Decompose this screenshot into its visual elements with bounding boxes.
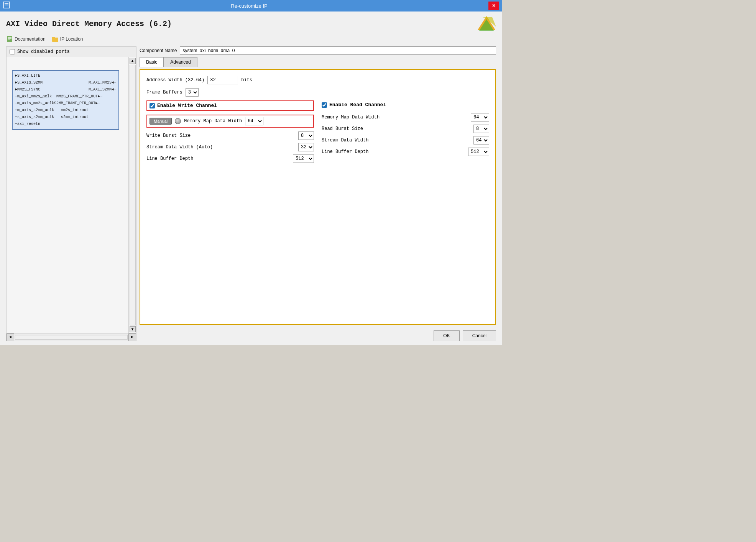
block-line-8: ─axi_resetn bbox=[15, 121, 116, 128]
read-burst-size-control: 8 16 32 bbox=[473, 125, 489, 133]
read-stream-data-width-row: Stream Data Width 64 32 bbox=[322, 136, 489, 145]
channels-row: Enable Write Channel Manual Memory Map D… bbox=[146, 100, 489, 166]
write-line-buffer-depth-select[interactable]: 512 1024 2048 bbox=[293, 154, 314, 163]
main-window: AXI Video Direct Memory Access (6.2) Doc… bbox=[0, 11, 502, 345]
write-stream-data-width-select[interactable]: 32 64 bbox=[298, 143, 314, 151]
content-area: Show disabled ports ►S_AXI_LITE ►S_AXIS_… bbox=[6, 46, 496, 341]
folder-icon bbox=[52, 36, 59, 43]
manual-toggle-button[interactable]: Manual bbox=[150, 118, 172, 125]
read-channel-section: Enable Read Channel Memory Map Data Widt… bbox=[322, 100, 489, 166]
ip-location-link[interactable]: IP Location bbox=[52, 36, 83, 43]
read-burst-size-label: Read Burst Size bbox=[322, 126, 473, 131]
frame-buffers-label: Frame Buffers bbox=[146, 90, 182, 95]
ok-button[interactable]: OK bbox=[434, 330, 459, 341]
horizontal-scrollbar[interactable]: ◄ ► bbox=[7, 333, 136, 341]
block-line-1: ►S_AXI_LITE bbox=[15, 72, 116, 79]
write-burst-size-control: 8 16 32 bbox=[298, 131, 314, 140]
frame-buffers-row: Frame Buffers 3 1 2 bbox=[146, 88, 489, 97]
scroll-track bbox=[130, 65, 136, 325]
write-stream-data-width-row: Stream Data Width (Auto) 32 64 bbox=[146, 143, 314, 151]
read-burst-size-row: Read Burst Size 8 16 32 bbox=[322, 125, 489, 133]
show-disabled-ports-label: Show disabled ports bbox=[17, 49, 70, 54]
read-stream-data-width-control: 64 32 bbox=[473, 136, 489, 145]
block-line-4: ─m_axi_mm2s_aclk MM2S_FRAME_PTR_OUT►─ bbox=[15, 93, 116, 100]
write-channel-header: Enable Write Channel bbox=[146, 100, 314, 111]
frame-buffers-select[interactable]: 3 1 2 bbox=[186, 88, 199, 97]
scroll-right-button[interactable]: ► bbox=[128, 333, 136, 341]
enable-read-channel-checkbox[interactable] bbox=[322, 102, 327, 108]
toolbar: Documentation IP Location bbox=[6, 36, 496, 43]
tab-advanced[interactable]: Advanced bbox=[164, 57, 197, 67]
titlebar-icon bbox=[3, 2, 10, 10]
mm-data-width-select[interactable]: 64 32 128 bbox=[245, 117, 263, 125]
cancel-button[interactable]: Cancel bbox=[463, 330, 496, 341]
xilinx-logo bbox=[477, 15, 496, 33]
left-panel-scroll-area: ►S_AXI_LITE ►S_AXIS_S2MM M_AXI_MM2S◄─ ►M… bbox=[7, 57, 128, 333]
address-width-input[interactable] bbox=[207, 76, 238, 84]
write-burst-size-select[interactable]: 8 16 32 bbox=[298, 131, 314, 140]
block-line-3: ►MM2S_FSYNC M_AXI_S2MM◄─ bbox=[15, 86, 116, 93]
titlebar-title: Re-customize IP bbox=[10, 3, 488, 9]
block-line-2: ►S_AXIS_S2MM M_AXI_MM2S◄─ bbox=[15, 79, 116, 86]
read-line-buffer-depth-label: Line Buffer Depth bbox=[322, 149, 468, 154]
address-width-row: Address Width (32-64) bits bbox=[146, 76, 489, 84]
read-mm-data-width-label: Memory Map Data Width bbox=[322, 115, 471, 120]
horiz-scroll-track bbox=[15, 335, 128, 340]
read-mm-data-width-select[interactable]: 64 32 128 bbox=[471, 113, 489, 122]
left-panel: Show disabled ports ►S_AXI_LITE ►S_AXIS_… bbox=[6, 46, 136, 341]
scroll-up-button[interactable]: ▲ bbox=[130, 58, 136, 64]
scroll-left-button[interactable]: ◄ bbox=[7, 333, 14, 341]
bottom-buttons-row: OK Cancel bbox=[140, 327, 496, 341]
block-line-7: ─s_axis_s2mm_aclk s2mm_introut bbox=[15, 114, 116, 121]
component-name-row: Component Name bbox=[140, 46, 496, 55]
write-stream-data-width-label: Stream Data Width (Auto) bbox=[146, 145, 298, 150]
write-burst-size-label: Write Burst Size bbox=[146, 133, 298, 138]
toggle-circle-icon bbox=[175, 118, 181, 124]
documentation-label: Documentation bbox=[15, 36, 46, 42]
show-disabled-ports-checkbox[interactable] bbox=[10, 49, 15, 54]
close-button[interactable]: ✕ bbox=[488, 2, 499, 10]
ip-location-label: IP Location bbox=[60, 36, 83, 42]
read-stream-data-width-select[interactable]: 64 32 bbox=[473, 136, 489, 145]
titlebar: Re-customize IP ✕ bbox=[0, 0, 502, 11]
address-width-suffix: bits bbox=[241, 77, 252, 83]
block-box: ►S_AXI_LITE ►S_AXIS_S2MM M_AXI_MM2S◄─ ►M… bbox=[12, 70, 119, 130]
tabs-row: Basic Advanced bbox=[140, 57, 496, 67]
tab-basic[interactable]: Basic bbox=[140, 57, 164, 67]
write-line-buffer-depth-label: Line Buffer Depth bbox=[146, 156, 293, 161]
documentation-icon bbox=[6, 36, 13, 43]
read-line-buffer-depth-control: 512 1024 2048 bbox=[468, 148, 489, 156]
write-channel-section: Enable Write Channel Manual Memory Map D… bbox=[146, 100, 314, 166]
left-panel-header: Show disabled ports bbox=[7, 47, 136, 57]
right-panel: Component Name Basic Advanced Address Wi… bbox=[140, 46, 496, 341]
app-title: AXI Video Direct Memory Access (6.2) bbox=[6, 20, 172, 28]
write-stream-data-width-control: 32 64 bbox=[298, 143, 314, 151]
read-line-buffer-depth-row: Line Buffer Depth 512 1024 2048 bbox=[322, 148, 489, 156]
read-mm-data-width-row: Memory Map Data Width 64 32 128 bbox=[322, 113, 489, 122]
read-channel-header: Enable Read Channel bbox=[322, 100, 489, 109]
enable-write-channel-label: Enable Write Channel bbox=[157, 103, 217, 108]
read-line-buffer-depth-select[interactable]: 512 1024 2048 bbox=[468, 148, 489, 156]
address-width-label: Address Width (32-64) bbox=[146, 77, 204, 83]
write-line-buffer-depth-control: 512 1024 2048 bbox=[293, 154, 314, 163]
svg-rect-9 bbox=[8, 39, 10, 40]
enable-read-channel-label: Enable Read Channel bbox=[329, 102, 386, 108]
documentation-link[interactable]: Documentation bbox=[6, 36, 46, 43]
component-name-label: Component Name bbox=[140, 48, 177, 53]
read-burst-size-select[interactable]: 8 16 32 bbox=[473, 125, 489, 133]
svg-rect-11 bbox=[52, 37, 55, 38]
read-stream-data-width-label: Stream Data Width bbox=[322, 138, 473, 143]
component-name-input[interactable] bbox=[180, 46, 496, 55]
block-line-6: ─m_axis_s2mm_aclk mm2s_introut bbox=[15, 107, 116, 114]
write-line-buffer-depth-row: Line Buffer Depth 512 1024 2048 bbox=[146, 154, 314, 163]
mm-data-width-label: Memory Map Data Width bbox=[184, 118, 242, 124]
enable-write-channel-checkbox[interactable] bbox=[150, 103, 155, 108]
svg-rect-8 bbox=[8, 38, 12, 39]
config-box: Address Width (32-64) bits Frame Buffers… bbox=[140, 69, 496, 325]
vertical-scrollbar[interactable]: ▲ ▼ bbox=[128, 57, 136, 333]
read-mm-data-width-control: 64 32 128 bbox=[471, 113, 489, 122]
scroll-down-button[interactable]: ▼ bbox=[130, 326, 136, 332]
block-line-5: ─m_axis_mm2s_aclkS2MM_FRAME_PTR_OUT►─ bbox=[15, 100, 116, 107]
write-burst-size-row: Write Burst Size 8 16 32 bbox=[146, 131, 314, 140]
manual-toggle-row: Manual Memory Map Data Width 64 32 128 bbox=[146, 115, 314, 128]
